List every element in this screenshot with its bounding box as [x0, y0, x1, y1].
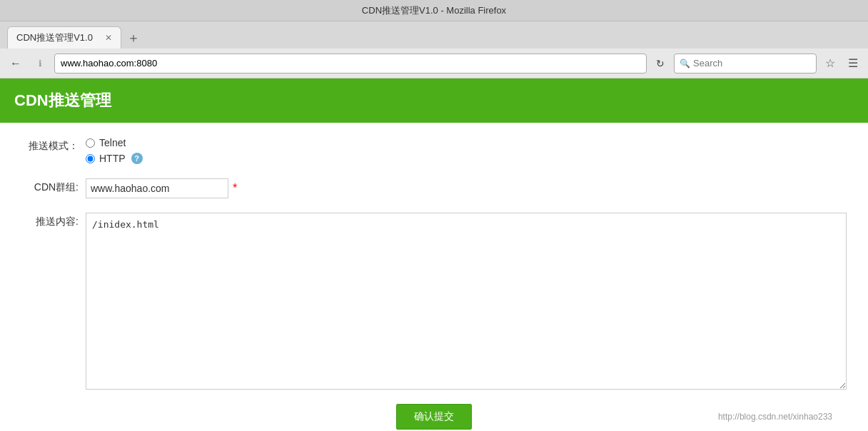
- menu-icon[interactable]: ☰: [844, 54, 862, 73]
- cdn-group-row: CDN群组: *: [21, 178, 847, 198]
- cdn-group-input[interactable]: [86, 178, 228, 198]
- search-input[interactable]: [674, 54, 817, 73]
- browser-toolbar: ← ℹ ↻ 🔍 ☆ ☰: [0, 49, 868, 78]
- page-title: CDN推送管理: [14, 90, 854, 111]
- page-header: CDN推送管理: [0, 78, 868, 123]
- browser-tab-active[interactable]: CDN推送管理V1.0 ✕: [7, 26, 121, 49]
- http-help-icon[interactable]: ?: [131, 153, 143, 164]
- submit-button[interactable]: 确认提交: [396, 404, 472, 430]
- browser-title: CDN推送管理V1.0 - Mozilla Firefox: [362, 4, 506, 17]
- push-content-textarea[interactable]: /inidex.html: [86, 213, 847, 390]
- tab-label: CDN推送管理V1.0: [16, 31, 93, 44]
- info-button[interactable]: ℹ: [30, 54, 50, 73]
- page-content: CDN推送管理 推送模式： Telnet HTTP ? CDN群组:: [0, 78, 868, 431]
- new-tab-button[interactable]: ＋: [127, 31, 140, 44]
- http-option: HTTP ?: [86, 153, 143, 164]
- bookmark-icon[interactable]: ☆: [821, 54, 839, 73]
- watermark: http://blog.csdn.net/xinhao233: [718, 412, 832, 422]
- push-mode-label: 推送模式：: [21, 137, 79, 153]
- push-mode-radio-group: Telnet HTTP ?: [86, 137, 143, 164]
- cdn-group-label: CDN群组:: [21, 178, 79, 194]
- http-radio[interactable]: [86, 154, 95, 163]
- telnet-option: Telnet: [86, 137, 143, 148]
- push-content-row: 推送内容: /inidex.html: [21, 213, 847, 390]
- tab-close-button[interactable]: ✕: [105, 33, 112, 43]
- push-content-label: 推送内容:: [21, 213, 79, 228]
- browser-titlebar: CDN推送管理V1.0 - Mozilla Firefox: [0, 0, 868, 21]
- browser-tabbar: CDN推送管理V1.0 ✕ ＋: [0, 21, 868, 49]
- submit-row: 确认提交 http://blog.csdn.net/xinhao233: [21, 404, 847, 430]
- push-mode-row: 推送模式： Telnet HTTP ?: [21, 137, 847, 164]
- search-wrapper: 🔍: [674, 54, 817, 73]
- page-body: 推送模式： Telnet HTTP ? CDN群组: *: [0, 123, 868, 431]
- reload-button[interactable]: ↻: [651, 54, 670, 73]
- telnet-label[interactable]: Telnet: [99, 137, 126, 148]
- back-button[interactable]: ←: [6, 54, 26, 73]
- telnet-radio[interactable]: [86, 138, 95, 148]
- http-label[interactable]: HTTP: [99, 153, 126, 164]
- cdn-group-field: *: [86, 178, 237, 198]
- required-mark: *: [233, 182, 237, 195]
- address-bar[interactable]: [54, 54, 647, 73]
